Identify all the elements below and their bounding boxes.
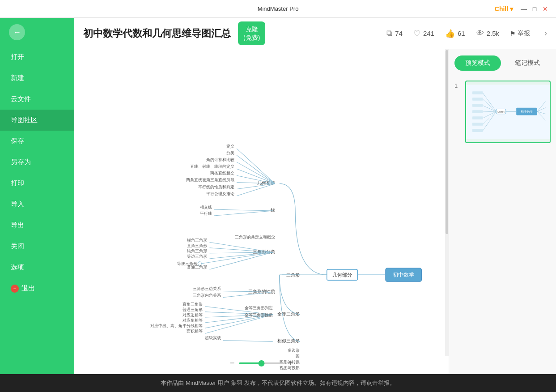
preview-thumbnail[interactable]: 初中数学 几何部分 — [465, 81, 551, 143]
tab-preview[interactable]: 预览模式 — [454, 55, 501, 71]
stats-area: ⧉ 74 ♡ 241 👍 61 👁 2.5k ⚑ 举报 — [386, 29, 547, 38]
right-panel: 预览模式 笔记模式 1 — [449, 49, 556, 374]
sidebar-item-import[interactable]: 导入 — [0, 194, 74, 215]
zoom-out-button[interactable]: − — [230, 358, 235, 368]
copy-count: 74 — [395, 30, 403, 37]
zoom-in-button[interactable]: + — [289, 358, 293, 368]
sidebar-item-export[interactable]: 导出 — [0, 215, 74, 236]
clone-button[interactable]: 克隆 (免费) — [238, 21, 265, 45]
svg-rect-89 — [472, 110, 483, 113]
view-container: 初中数学 几何部分 几何初步 定义 分类 — [74, 49, 556, 374]
content-header: 初中数学代数和几何思维导图汇总 克隆 (免费) ⧉ 74 ♡ 241 👍 61 … — [74, 18, 556, 49]
svg-text:两条直线相交: 两条直线相交 — [210, 171, 234, 175]
logout-icon: − — [11, 285, 19, 293]
sidebar-item-community[interactable]: 导图社区 — [0, 110, 74, 131]
thumb-stat: 👍 61 — [445, 29, 465, 38]
svg-text:对应角相等: 对应角相等 — [183, 318, 203, 323]
svg-text:三角形内角关系: 三角形内角关系 — [193, 293, 221, 298]
sidebar: ← 打开 新建 云文件 导图社区 保存 另存为 打印 导入 导出 关闭 选项 −… — [0, 18, 74, 374]
more-button[interactable]: › — [544, 29, 547, 38]
mindmap-canvas[interactable]: 初中数学 几何部分 几何初步 定义 分类 — [74, 49, 449, 374]
minimize-button[interactable]: — — [520, 5, 527, 13]
view-count: 2.5k — [487, 30, 499, 37]
svg-text:初中数学: 初中数学 — [521, 110, 533, 113]
svg-text:超级实战: 超级实战 — [205, 336, 221, 340]
sidebar-item-cloud[interactable]: 云文件 — [0, 89, 74, 110]
sidebar-item-options[interactable]: 选项 — [0, 257, 74, 278]
doc-title: 初中数学代数和几何思维导图汇总 — [83, 27, 231, 40]
back-icon: ← — [13, 28, 21, 37]
copy-stat: ⧉ 74 — [386, 29, 403, 38]
svg-text:线: 线 — [271, 208, 275, 213]
svg-text:初中数学: 初中数学 — [393, 272, 414, 278]
svg-rect-87 — [472, 98, 483, 101]
svg-text:对应中线、高、角平分线相等: 对应中线、高、角平分线相等 — [150, 324, 203, 328]
close-button[interactable]: ✕ — [542, 5, 549, 13]
svg-text:钝角三角形: 钝角三角形 — [187, 249, 207, 253]
svg-text:面积相等: 面积相等 — [187, 329, 203, 333]
svg-text:两条直线被第三条直线所截: 两条直线被第三条直线所截 — [186, 178, 234, 182]
svg-text:平行线的性质和判定: 平行线的性质和判定 — [198, 185, 234, 189]
copy-icon: ⧉ — [386, 29, 392, 38]
view-stat: 👁 2.5k — [476, 29, 499, 38]
user-menu[interactable]: Chill ▾ — [495, 5, 517, 13]
svg-text:相似三角形: 相似三角形 — [277, 338, 300, 343]
svg-text:平行线: 平行线 — [200, 211, 212, 216]
vertical-scrollbar[interactable] — [445, 49, 449, 356]
svg-text:全等三角形性质: 全等三角形性质 — [245, 313, 273, 317]
sidebar-item-saveas[interactable]: 另存为 — [0, 152, 74, 173]
svg-text:平行公理及推论: 平行公理及推论 — [206, 192, 234, 196]
svg-text:角的计算和比较: 角的计算和比较 — [206, 158, 234, 162]
svg-text:直角三角形: 直角三角形 — [187, 243, 207, 248]
maximize-button[interactable]: □ — [531, 5, 538, 13]
svg-text:三角形的共定义和概念: 三角形的共定义和概念 — [235, 235, 275, 240]
zoom-controls: − + — [230, 358, 293, 368]
titlebar: MindMaster Pro Chill ▾ — □ ✕ — [0, 0, 556, 18]
svg-rect-91 — [472, 123, 483, 126]
thumb-icon: 👍 — [445, 29, 455, 38]
scrollbar-thumb — [446, 50, 448, 234]
svg-text:定义: 定义 — [226, 144, 234, 149]
svg-text:普通三角形: 普通三角形 — [187, 265, 207, 269]
svg-text:几何部分: 几何部分 — [497, 111, 505, 113]
zoom-slider[interactable] — [239, 362, 284, 364]
sidebar-item-open[interactable]: 打开 — [0, 47, 74, 68]
zoom-slider-thumb — [259, 360, 265, 366]
sidebar-item-close[interactable]: 关闭 — [0, 236, 74, 257]
svg-text:全等三角形判定: 全等三角形判定 — [245, 306, 273, 310]
tab-notes[interactable]: 笔记模式 — [505, 55, 551, 71]
svg-text:对应边相等: 对应边相等 — [183, 313, 203, 317]
svg-text:圆: 圆 — [296, 354, 300, 358]
mode-tabs: 预览模式 笔记模式 — [449, 49, 556, 77]
svg-text:等边三角形: 等边三角形 — [187, 254, 207, 259]
svg-text:几何部分: 几何部分 — [332, 272, 352, 277]
svg-rect-88 — [472, 104, 483, 107]
content-area: 初中数学代数和几何思维导图汇总 克隆 (免费) ⧉ 74 ♡ 241 👍 61 … — [74, 18, 556, 374]
sidebar-item-logout[interactable]: − 退出 — [0, 278, 74, 299]
svg-rect-92 — [472, 129, 483, 132]
mindmap-svg: 初中数学 几何部分 几何初步 定义 分类 — [74, 49, 449, 374]
sidebar-back: ← — [0, 18, 74, 47]
like-stat: ♡ 241 — [413, 29, 434, 38]
back-button[interactable]: ← — [9, 24, 25, 40]
svg-text:锐角三角形: 锐角三角形 — [187, 238, 207, 243]
preview-thumb-inner: 初中数学 几何部分 — [466, 81, 550, 142]
svg-rect-86 — [472, 91, 483, 94]
svg-text:直角三角形: 直角三角形 — [183, 302, 203, 307]
sidebar-item-print[interactable]: 打印 — [0, 173, 74, 194]
svg-text:直线、射线、线段的定义: 直线、射线、线段的定义 — [190, 164, 234, 169]
svg-text:三角形三边关系: 三角形三边关系 — [193, 286, 221, 291]
bottom-text: 本作品由 MindMaster 用户 集羽 发布，不代表亿图软件立场。如有违规内… — [161, 379, 395, 387]
sidebar-item-new[interactable]: 新建 — [0, 68, 74, 89]
app-title: MindMaster Pro — [258, 5, 299, 12]
svg-text:相交线: 相交线 — [200, 205, 212, 209]
svg-rect-90 — [472, 116, 483, 119]
svg-text:普通三角形: 普通三角形 — [183, 307, 203, 312]
thumb-count: 61 — [458, 30, 465, 37]
heart-icon: ♡ — [413, 29, 420, 38]
report-button[interactable]: ⚑ 举报 — [510, 30, 530, 38]
preview-num: 1 — [454, 81, 462, 89]
app-body: ← 打开 新建 云文件 导图社区 保存 另存为 打印 导入 导出 关闭 选项 −… — [0, 18, 556, 374]
sidebar-item-save[interactable]: 保存 — [0, 131, 74, 152]
bottom-bar: 本作品由 MindMaster 用户 集羽 发布，不代表亿图软件立场。如有违规内… — [0, 374, 556, 392]
